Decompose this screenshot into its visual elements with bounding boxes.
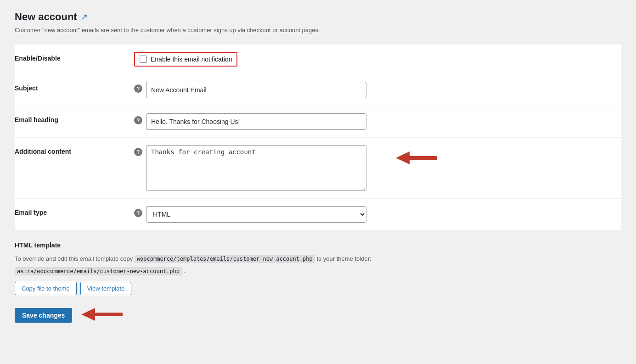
- additional-content-textarea[interactable]: [146, 145, 366, 191]
- email-type-help-icon[interactable]: ?: [134, 209, 142, 217]
- template-path: woocommerce/templates/emails/customer-ne…: [135, 255, 315, 263]
- email-heading-label: Email heading: [15, 116, 58, 123]
- page-header: New account ↗ Customer "new account" ema…: [15, 11, 621, 34]
- enable-disable-row: Enable/Disable Enable this email notific…: [15, 45, 621, 74]
- copy-file-to-theme-button[interactable]: Copy file to theme: [15, 282, 77, 295]
- settings-form: Enable/Disable Enable this email notific…: [15, 45, 621, 230]
- html-template-section-label: HTML template: [15, 241, 621, 249]
- email-heading-input[interactable]: [146, 113, 366, 130]
- template-desc-prefix: To override and edit this email template…: [15, 255, 133, 262]
- template-theme-path: astra/woocommerce/emails/customer-new-ac…: [15, 267, 621, 276]
- save-changes-button[interactable]: Save changes: [15, 308, 72, 323]
- html-template-section: HTML template To override and edit this …: [15, 241, 621, 295]
- subject-help-icon[interactable]: ?: [134, 84, 142, 93]
- enable-email-checkbox[interactable]: [140, 56, 147, 63]
- email-type-row: Email type ? HTML Plain text Multipart: [15, 199, 621, 230]
- additional-content-label: Additional content: [15, 148, 71, 155]
- arrow-indicator-save: [81, 308, 123, 322]
- additional-content-help-icon[interactable]: ?: [134, 148, 142, 156]
- enable-email-label[interactable]: Enable this email notification: [151, 56, 232, 63]
- svg-marker-0: [396, 151, 437, 164]
- template-desc-middle: to your theme folder:: [316, 255, 371, 262]
- subject-row: Subject ?: [15, 74, 621, 106]
- template-buttons-row: Copy file to theme View template: [15, 282, 621, 295]
- email-type-label: Email type: [15, 209, 47, 216]
- subject-label: Subject: [15, 84, 38, 92]
- svg-marker-1: [81, 308, 123, 321]
- enable-disable-label: Enable/Disable: [15, 55, 61, 62]
- subject-input[interactable]: [146, 82, 366, 98]
- email-heading-row: Email heading ?: [15, 106, 621, 138]
- email-heading-help-icon[interactable]: ?: [134, 116, 142, 124]
- enable-checkbox-wrapper[interactable]: Enable this email notification: [134, 52, 237, 67]
- template-desc-suffix: .: [184, 268, 186, 274]
- arrow-indicator-additional: [396, 151, 437, 166]
- theme-path-code: astra/woocommerce/emails/customer-new-ac…: [15, 267, 182, 275]
- page-title: New account: [15, 11, 77, 23]
- template-description: To override and edit this email template…: [15, 254, 621, 264]
- title-link-icon[interactable]: ↗: [81, 12, 88, 22]
- view-template-button[interactable]: View template: [80, 282, 131, 295]
- save-row: Save changes: [15, 308, 621, 323]
- page-description: Customer "new account" emails are sent t…: [15, 27, 621, 34]
- additional-content-row: Additional content ?: [15, 138, 621, 199]
- email-type-select[interactable]: HTML Plain text Multipart: [146, 206, 366, 223]
